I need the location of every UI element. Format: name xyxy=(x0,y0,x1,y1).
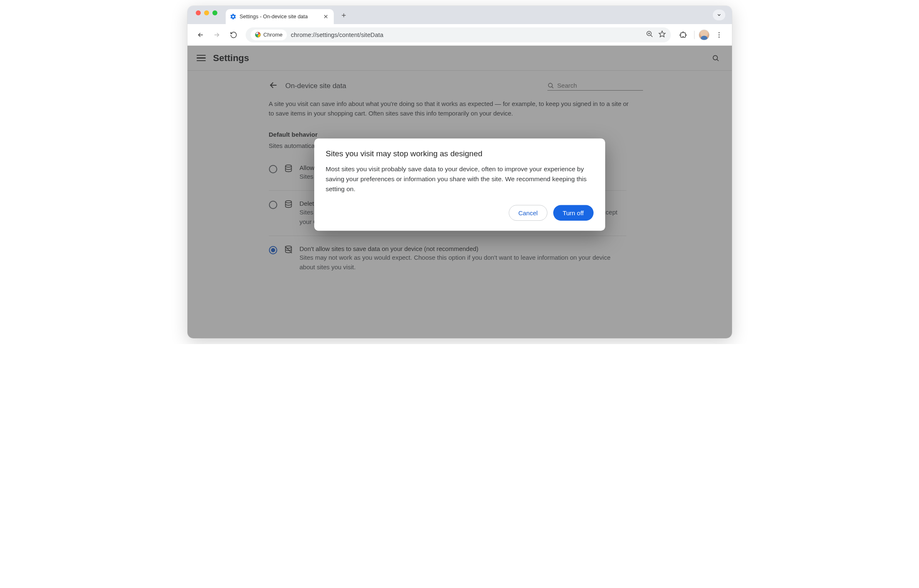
zoom-icon[interactable] xyxy=(646,30,653,39)
site-chip-label: Chrome xyxy=(264,32,283,38)
window-controls xyxy=(191,10,222,20)
confirm-dialog: Sites you visit may stop working as desi… xyxy=(314,138,605,231)
browser-toolbar: Chrome chrome://settings/content/siteDat… xyxy=(187,24,732,46)
tabs-overflow-button[interactable] xyxy=(713,10,725,20)
window-close-button[interactable] xyxy=(196,10,201,15)
site-chip[interactable]: Chrome xyxy=(251,30,287,40)
cancel-button[interactable]: Cancel xyxy=(509,205,547,221)
back-button[interactable] xyxy=(193,28,207,42)
tab-strip: Settings - On-device site data ✕ ＋ xyxy=(187,6,732,24)
address-bar[interactable]: Chrome chrome://settings/content/siteDat… xyxy=(246,27,671,42)
settings-page: Settings On-device site data A xyxy=(187,46,732,338)
svg-point-11 xyxy=(718,36,719,37)
turn-off-button[interactable]: Turn off xyxy=(553,205,594,221)
gear-icon xyxy=(230,13,237,20)
dialog-body: Most sites you visit probably save data … xyxy=(326,164,594,194)
profile-avatar[interactable] xyxy=(699,30,710,40)
reload-button[interactable] xyxy=(227,28,241,42)
browser-tab[interactable]: Settings - On-device site data ✕ xyxy=(226,9,334,24)
new-tab-button[interactable]: ＋ xyxy=(338,9,350,21)
browser-window: Settings - On-device site data ✕ ＋ Chrom… xyxy=(187,6,732,338)
bookmark-star-icon[interactable] xyxy=(658,30,666,39)
dialog-buttons: Cancel Turn off xyxy=(326,205,594,221)
kebab-menu-icon[interactable] xyxy=(712,28,726,42)
forward-button[interactable] xyxy=(210,28,224,42)
extensions-icon[interactable] xyxy=(676,28,690,42)
svg-point-10 xyxy=(718,34,719,35)
tab-close-button[interactable]: ✕ xyxy=(322,13,330,20)
svg-line-5 xyxy=(650,35,653,37)
tab-title: Settings - On-device site data xyxy=(240,14,308,20)
url-text: chrome://settings/content/siteData xyxy=(291,32,384,38)
toolbar-right xyxy=(676,28,726,42)
dialog-title: Sites you visit may stop working as desi… xyxy=(326,149,594,158)
divider xyxy=(694,31,695,39)
svg-point-9 xyxy=(718,32,719,33)
window-maximize-button[interactable] xyxy=(212,10,217,15)
window-minimize-button[interactable] xyxy=(204,10,209,15)
svg-marker-8 xyxy=(659,31,665,37)
